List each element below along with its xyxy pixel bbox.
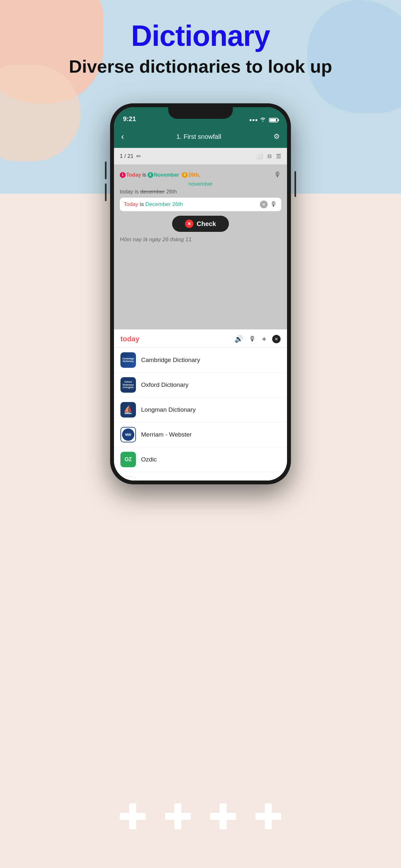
signal-dot-2 <box>252 119 254 121</box>
longman-ship-icon: ⛵ <box>123 405 133 414</box>
gray-fill-area <box>120 245 281 330</box>
correction-line: november <box>120 181 281 187</box>
mic-icon[interactable]: 🎙 <box>274 170 281 179</box>
list-icon[interactable]: ☰ <box>276 153 281 160</box>
longman-dict-name: Longman Dictionary <box>141 406 196 413</box>
pencil-icon[interactable]: ✏ <box>136 153 141 160</box>
signal-dot-3 <box>255 119 257 121</box>
input-space: is <box>140 201 145 207</box>
volume-down-button[interactable] <box>105 183 106 201</box>
notch <box>168 107 233 119</box>
settings-button[interactable]: ⚙ <box>274 132 280 141</box>
phone-frame: 9:21 <box>110 103 291 485</box>
translation-text: Hôm nay là ngày 26 tháng 11. <box>120 237 281 243</box>
back-button[interactable]: ‹ <box>121 131 124 142</box>
oxford-logo: OxfordDictionaryof English <box>120 377 136 393</box>
word-today: Today <box>126 172 141 178</box>
phone-screen: 9:21 <box>114 107 287 480</box>
status-time: 9:21 <box>123 115 136 123</box>
toolbar: 1 / 21 ✏ ⬜ ⊟ ☰ <box>114 148 287 165</box>
badge-2: 2 <box>148 172 153 178</box>
badge-1: 1 <box>120 172 126 178</box>
cambridge-logo: CambridgeDictionary <box>120 352 136 368</box>
check-label: Check <box>197 220 216 228</box>
word-26th: 26th <box>188 172 199 178</box>
google-logo: G <box>120 476 136 480</box>
page-title: Dictionary <box>0 20 401 53</box>
cross-3 <box>210 803 236 829</box>
wifi-icon <box>260 117 266 123</box>
cambridge-dict-item[interactable]: CambridgeDictionary Cambridge Dictionary <box>114 348 287 373</box>
ozdic-logo: OZ <box>120 452 136 467</box>
close-button[interactable]: ✕ <box>272 335 281 343</box>
check-button-wrapper: ✕ Check <box>120 216 281 232</box>
wrong-text-2: 26th <box>165 189 177 195</box>
image-icon[interactable]: ⬜ <box>256 153 263 159</box>
badge-3: 3 <box>182 172 188 178</box>
wrong-line: today is december 26th <box>120 189 281 195</box>
longman-logo: ⛵ <box>120 402 136 417</box>
merriam-inner: MW <box>122 429 134 441</box>
status-icons <box>250 117 278 123</box>
toolbar-left: 1 / 21 ✏ <box>120 153 141 160</box>
input-rest: December 26th <box>145 201 183 207</box>
ozdic-dict-name: Ozdic <box>141 456 157 463</box>
ozdic-dict-item[interactable]: OZ Ozdic <box>114 447 287 472</box>
word-november: November <box>154 172 179 178</box>
cambridge-dict-name: Cambridge Dictionary <box>141 356 200 364</box>
oxford-dict-item[interactable]: OxfordDictionaryof English Oxford Dictio… <box>114 373 287 398</box>
no-image-icon[interactable]: ⊟ <box>267 153 272 159</box>
clear-input-button[interactable]: ✕ <box>260 200 268 208</box>
merriam-dict-item[interactable]: MW Merriam - Webster <box>114 423 287 447</box>
input-mic-icon[interactable]: 🎙 <box>270 200 277 209</box>
sheet-action-icons: 🔊 🎙 + ✕ <box>235 335 281 344</box>
sentence-row: 1 Today is 2 November 3 26th . <box>120 170 281 179</box>
wrong-text-1: today is <box>120 189 140 195</box>
sheet-header: today 🔊 🎙 + ✕ <box>114 330 287 348</box>
add-icon[interactable]: + <box>262 335 266 344</box>
cross-1 <box>120 803 146 829</box>
cross-2 <box>165 803 191 829</box>
longman-dict-item[interactable]: ⛵ Longman Dictionary <box>114 398 287 423</box>
word-is: is <box>143 172 146 178</box>
dictionary-list: CambridgeDictionary Cambridge Dictionary… <box>114 348 287 480</box>
page-subtitle: Diverse dictionaries to look up <box>0 56 401 77</box>
input-text: Today is December 26th <box>124 201 258 208</box>
input-field[interactable]: Today is December 26th ✕ 🎙 <box>120 197 281 211</box>
nav-bar: ‹ 1. First snowfall ⚙ <box>114 125 287 148</box>
nav-title: 1. First snowfall <box>176 133 221 141</box>
sentence-dot: . <box>199 172 200 178</box>
merriam-logo: MW <box>120 427 136 442</box>
power-button[interactable] <box>295 171 296 197</box>
cross-4 <box>255 803 281 829</box>
merriam-dict-name: Merriam - Webster <box>141 431 192 438</box>
input-today: Today <box>124 201 138 207</box>
strikethrough-text: december <box>140 189 165 195</box>
volume-up-button[interactable] <box>105 161 106 179</box>
check-button[interactable]: ✕ Check <box>172 216 229 232</box>
battery-icon <box>269 118 278 122</box>
content-area: 1 Today is 2 November 3 26th . <box>114 165 287 330</box>
toolbar-icons: ⬜ ⊟ ☰ <box>256 153 281 160</box>
page-header: Dictionary Diverse dictionaries to look … <box>0 20 401 77</box>
speaker-icon[interactable]: 🔊 <box>235 335 243 343</box>
crosses-decoration <box>120 803 281 829</box>
bottom-sheet: today 🔊 🎙 + ✕ CambridgeD <box>114 330 287 480</box>
check-x-icon: ✕ <box>185 220 193 228</box>
google-dict-item[interactable]: G Google Translate <box>114 472 287 480</box>
sentence-display: 1 Today is 2 November 3 26th . <box>120 172 200 178</box>
selected-word: today <box>120 335 140 343</box>
page-counter: 1 / 21 <box>120 153 134 159</box>
main-content: 1 Today is 2 November 3 26th . <box>114 165 287 480</box>
oxford-dict-name: Oxford Dictionary <box>141 381 189 389</box>
sheet-mic-icon[interactable]: 🎙 <box>249 335 256 343</box>
signal-dot-1 <box>250 119 251 121</box>
svg-text:G: G <box>125 480 131 480</box>
